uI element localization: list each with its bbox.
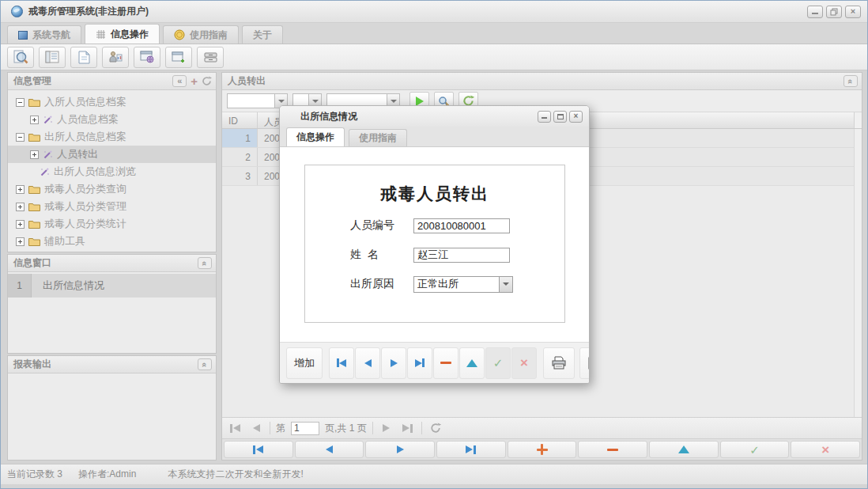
nav-next-button[interactable] <box>381 347 406 379</box>
info-management-header: 信息管理 « + <box>8 73 216 90</box>
toolbar-search-button[interactable] <box>7 47 34 68</box>
refresh-icon <box>430 423 441 434</box>
folder-icon <box>28 184 40 194</box>
record-edit-button[interactable] <box>649 441 719 458</box>
page-first-button[interactable] <box>227 420 243 436</box>
filter-combo-1[interactable] <box>227 93 288 108</box>
record-delete-button[interactable] <box>578 441 647 458</box>
wand-icon <box>43 115 53 125</box>
tree-expand-icon[interactable] <box>30 150 39 159</box>
chevron-down-icon[interactable] <box>499 277 512 292</box>
nav-first-button[interactable] <box>329 347 354 379</box>
window-restore-button[interactable] <box>826 6 842 18</box>
folder-icon <box>28 132 40 142</box>
nav-last-button[interactable] <box>407 347 432 379</box>
tree-item-person-info-archive[interactable]: 人员信息档案 <box>8 111 216 128</box>
nav-edit-button[interactable] <box>459 347 485 379</box>
column-header-id[interactable]: ID <box>222 112 258 128</box>
tree-item-discharge-info-browse[interactable]: 出所人员信息浏览 <box>8 163 216 180</box>
tree-expand-icon[interactable] <box>16 203 25 211</box>
form-row-discharge-reason: 出所原因 正常出所 <box>350 275 564 293</box>
tree-collapse-icon[interactable] <box>16 98 25 107</box>
page-prev-button[interactable] <box>248 420 264 436</box>
check-icon: ✓ <box>749 444 760 456</box>
menu-tab-user-guide[interactable]: 使用指南 <box>163 25 239 44</box>
print-preview-button[interactable] <box>579 347 589 379</box>
tree-expand-icon[interactable] <box>16 220 25 229</box>
tree-item-label: 戒毒人员分类查询 <box>44 182 126 196</box>
form-heading: 戒毒人员转出 <box>305 183 564 205</box>
panel-collapse-button[interactable]: « <box>843 75 858 87</box>
page-number-input[interactable] <box>291 422 319 435</box>
tree-expand-icon[interactable] <box>30 116 39 124</box>
nav-prev-button[interactable] <box>355 347 380 379</box>
info-window-item[interactable]: 1 出所信息情况 <box>8 274 216 298</box>
window-minimize-button[interactable] <box>807 6 823 18</box>
record-cancel-button[interactable]: × <box>791 441 860 458</box>
dialog-tab-user-guide[interactable]: 使用指南 <box>349 129 407 146</box>
tree-item-label: 人员信息档案 <box>57 112 119 127</box>
record-next-button[interactable] <box>365 441 435 458</box>
discharge-reason-select[interactable]: 正常出所 <box>413 276 513 293</box>
tree-item-classification-query[interactable]: 戒毒人员分类查询 <box>8 180 216 198</box>
person-id-input[interactable] <box>413 218 510 233</box>
panel-collapse-left-button[interactable]: « <box>172 75 187 87</box>
page-last-button[interactable] <box>400 420 416 436</box>
tree-item-discharge-archives[interactable]: 出所人员信息档案 <box>8 128 216 146</box>
dialog-maximize-button[interactable] <box>553 111 567 123</box>
panel-collapse-button[interactable]: « <box>198 358 212 370</box>
panel-refresh-icon[interactable] <box>202 76 212 86</box>
menu-tab-about[interactable]: 关于 <box>242 25 283 44</box>
menu-tab-label: 信息操作 <box>111 28 149 41</box>
dialog-titlebar[interactable]: 出所信息情况 × <box>280 106 589 127</box>
blue-panel-icon <box>18 31 28 40</box>
panel-collapse-button[interactable]: « <box>198 257 212 269</box>
tree-expand-icon[interactable] <box>16 237 25 246</box>
dialog-tab-info-operation[interactable]: 信息操作 <box>286 127 345 146</box>
document-icon <box>78 51 90 64</box>
info-window-header: 信息窗口 « <box>8 255 216 272</box>
dialog-tab-label: 信息操作 <box>296 131 334 144</box>
nav-cancel-button[interactable]: × <box>511 347 537 379</box>
app-logo-icon <box>11 6 23 17</box>
tree-item-label: 出所人员信息浏览 <box>54 165 136 179</box>
record-add-button[interactable] <box>508 441 577 458</box>
tree-expand-icon[interactable] <box>16 185 25 194</box>
toolbar-document-button[interactable] <box>70 47 97 68</box>
tree-item-auxiliary-tools[interactable]: 辅助工具 <box>8 233 216 250</box>
toolbar-archive-button[interactable] <box>197 47 224 68</box>
toolbar-list-button[interactable] <box>39 47 66 68</box>
dialog-close-button[interactable]: × <box>569 111 583 123</box>
window-close-button[interactable]: × <box>845 6 861 18</box>
record-save-button[interactable]: ✓ <box>720 441 790 458</box>
tree-item-person-transfer-out[interactable]: 人员转出 <box>8 146 216 163</box>
tree-item-admission-archives[interactable]: 入所人员信息档案 <box>8 93 216 111</box>
folder-icon <box>28 237 40 246</box>
name-input[interactable] <box>413 248 510 263</box>
toolbar-new-window-button[interactable] <box>165 47 192 68</box>
record-prev-button[interactable] <box>295 441 364 458</box>
page-total-label: 页,共 1 页 <box>325 422 367 435</box>
nav-save-button[interactable]: ✓ <box>485 347 511 379</box>
vertical-scrollbar[interactable] <box>854 129 862 417</box>
combo-value[interactable] <box>227 93 274 108</box>
dialog-content: 戒毒人员转出 人员编号 姓 名 出所原因 正常出所 <box>280 147 589 342</box>
page-refresh-button[interactable] <box>428 420 443 436</box>
menu-tab-info-operation[interactable]: 信息操作 <box>85 24 160 44</box>
add-button[interactable]: 增加 <box>286 347 323 379</box>
tree-item-classification-stats[interactable]: 戒毒人员分类统计 <box>8 215 216 233</box>
menu-tab-system-nav[interactable]: 系统导航 <box>7 25 81 44</box>
nav-delete-button[interactable] <box>433 347 459 379</box>
dialog-minimize-button[interactable] <box>538 111 551 123</box>
tree-collapse-icon[interactable] <box>16 133 25 142</box>
panel-add-icon[interactable]: + <box>191 75 198 87</box>
toolbar-window-button[interactable] <box>134 47 160 68</box>
print-button[interactable] <box>543 347 575 379</box>
tree-item-classification-manage[interactable]: 戒毒人员分类管理 <box>8 198 216 215</box>
grid-icon <box>96 29 106 40</box>
record-first-button[interactable] <box>224 441 293 458</box>
toolbar-user-button[interactable] <box>102 47 129 68</box>
page-next-button[interactable] <box>379 420 394 436</box>
record-navigation-bar: ✓ × <box>222 438 862 460</box>
record-last-button[interactable] <box>436 441 506 458</box>
